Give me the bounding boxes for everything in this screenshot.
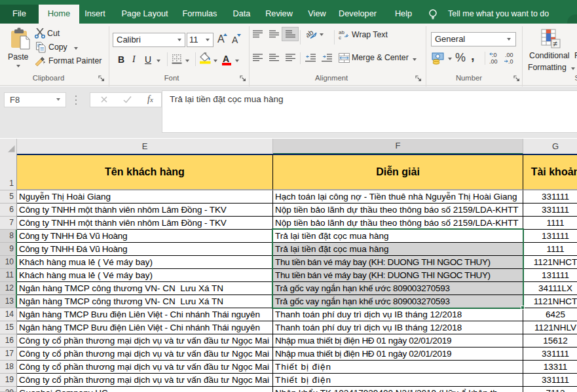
svg-text:.0: .0 [508,58,513,65]
svg-text:.0: .0 [492,52,497,58]
svg-text:≠: ≠ [553,39,558,48]
svg-text:.00: .00 [505,52,513,58]
svg-text:ab: ab [307,29,315,39]
svg-text:.00: .00 [489,58,498,65]
svg-text:c: c [339,35,341,39]
